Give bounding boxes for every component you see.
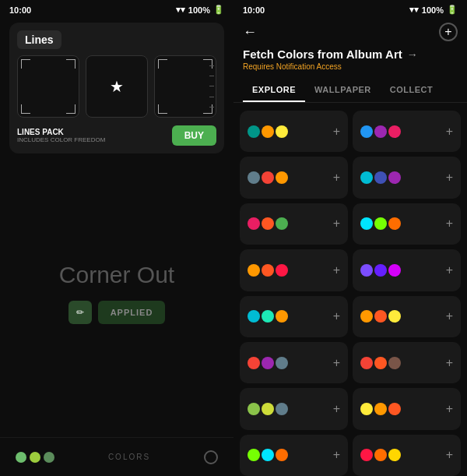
fetch-colors-section[interactable]: Fetch Colors from Album Art → Requires N… (234, 48, 467, 79)
plus-button[interactable]: + (333, 402, 340, 416)
swatch (248, 357, 260, 369)
lines-footer: LINES PACK INCLUDES COLOR FREEDOM BUY (17, 125, 216, 146)
tab-wallpaper[interactable]: WALLPAPER (305, 79, 381, 102)
plus-button[interactable]: + (446, 125, 453, 139)
color-swatches (248, 171, 288, 184)
plus-button[interactable]: + (333, 217, 340, 231)
swatch (262, 449, 274, 461)
tick-marks (209, 56, 214, 117)
left-panel: 10:00 ▾▾ 100% 🔋 Lines ★ (0, 0, 234, 476)
color-row[interactable]: + (353, 203, 461, 245)
swatch (360, 449, 373, 461)
plus-button[interactable]: + (446, 171, 453, 185)
color-dot-3 (44, 452, 54, 463)
swatch (360, 264, 373, 277)
plus-button[interactable]: + (446, 263, 453, 277)
color-swatches (360, 310, 401, 323)
swatch (262, 217, 274, 230)
plus-button[interactable]: + (446, 217, 453, 231)
swatch (248, 125, 260, 138)
color-row[interactable]: + (353, 388, 461, 429)
tabs-bar: EXPLORE WALLPAPER COLLECT (234, 79, 467, 103)
edit-button[interactable]: ✏ (68, 301, 92, 324)
add-button[interactable]: + (439, 23, 458, 41)
circle-icon[interactable] (204, 450, 218, 464)
notification-access-text: Requires Notification Access (243, 62, 458, 71)
color-row[interactable]: + (240, 111, 348, 152)
color-row[interactable]: + (353, 249, 461, 291)
star-icon: ★ (110, 77, 124, 96)
color-row[interactable]: + (353, 157, 461, 198)
color-row[interactable]: + (240, 249, 348, 291)
preview-box-1 (17, 55, 79, 118)
swatch (276, 449, 288, 461)
plus-button[interactable]: + (333, 263, 340, 277)
color-swatches (248, 357, 288, 369)
right-time: 10:00 (243, 5, 265, 15)
color-row[interactable]: + (353, 342, 461, 383)
color-swatches (248, 403, 288, 415)
plus-button[interactable]: + (446, 356, 453, 370)
plus-button[interactable]: + (333, 309, 340, 323)
color-row[interactable]: + (240, 296, 348, 337)
swatch (374, 171, 387, 184)
corner-tl (21, 59, 30, 69)
lines-pack-info: LINES PACK INCLUDES COLOR FREEDOM (17, 128, 105, 143)
right-status-icons: ▾▾ 100% 🔋 (409, 5, 458, 15)
corner-br (66, 104, 75, 114)
color-grid: ++++++++++++++++ (234, 111, 467, 476)
color-swatches (248, 217, 288, 230)
main-content: Corner Out ✏ APPLIED (0, 157, 234, 476)
color-swatches (360, 449, 401, 461)
back-button[interactable]: ← (243, 24, 257, 41)
swatch (374, 125, 387, 138)
buy-button[interactable]: BUY (172, 125, 216, 146)
swatch (248, 217, 260, 230)
preview-box-2: ★ (86, 55, 148, 118)
plus-button[interactable]: + (446, 309, 453, 323)
tab-explore[interactable]: EXPLORE (243, 79, 305, 102)
plus-button[interactable]: + (333, 171, 340, 185)
color-swatches (248, 449, 288, 461)
arrow-right-icon: → (407, 48, 418, 61)
swatch (388, 403, 401, 415)
plus-button[interactable]: + (446, 402, 453, 416)
swatch (360, 217, 373, 230)
right-status-bar: 10:00 ▾▾ 100% 🔋 (234, 0, 467, 19)
color-row[interactable]: + (240, 203, 348, 245)
swatch (262, 357, 274, 369)
swatch (360, 171, 373, 184)
corner-tr (66, 59, 75, 69)
color-row[interactable]: + (240, 435, 348, 476)
plus-button[interactable]: + (446, 448, 453, 462)
color-dot-2 (30, 452, 40, 463)
plus-button[interactable]: + (333, 125, 340, 139)
swatch (262, 403, 274, 415)
swatch (276, 217, 288, 230)
swatch (388, 217, 401, 230)
color-row[interactable]: + (353, 296, 461, 337)
color-row[interactable]: + (240, 157, 348, 198)
colors-label: COLORS (108, 453, 150, 461)
plus-button[interactable]: + (333, 356, 340, 370)
color-swatches (360, 171, 401, 184)
tab-collect[interactable]: COLLECT (381, 79, 442, 102)
swatch (374, 403, 387, 415)
swatch (360, 125, 373, 138)
color-swatches (248, 310, 288, 323)
color-row[interactable]: + (353, 111, 461, 152)
color-swatches (360, 264, 401, 277)
swatch (262, 310, 274, 323)
swatch (276, 171, 288, 184)
applied-button[interactable]: APPLIED (98, 301, 166, 324)
color-row[interactable]: + (240, 342, 348, 383)
color-row[interactable]: + (353, 435, 461, 476)
right-battery-text: 100% (422, 5, 444, 15)
color-swatches (360, 403, 401, 415)
lines-previews: ★ (17, 55, 216, 118)
lines-pack-label: LINES PACK (17, 128, 105, 136)
swatch (388, 310, 401, 323)
color-row[interactable]: + (240, 388, 348, 429)
plus-button[interactable]: + (333, 448, 340, 462)
swatch (248, 403, 260, 415)
